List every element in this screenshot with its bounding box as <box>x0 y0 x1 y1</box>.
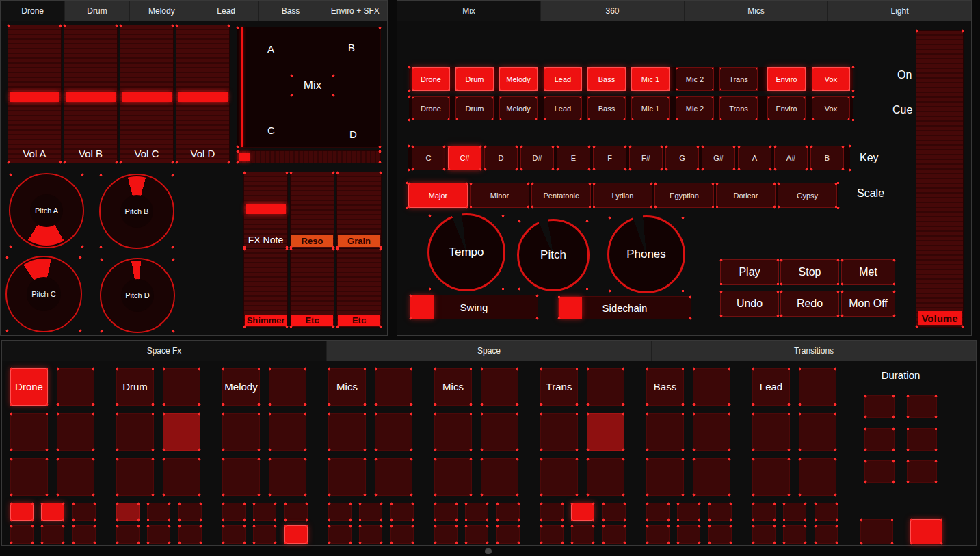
pad-mics-big-3[interactable] <box>375 413 412 451</box>
track-top-drum[interactable]: Drum <box>455 67 494 91</box>
pad-drum-small-2[interactable] <box>178 503 202 521</box>
track-top-lead[interactable]: Lead <box>544 67 582 91</box>
pad-trans-big-2[interactable] <box>540 413 578 451</box>
pad-lead-small-5[interactable] <box>815 525 838 544</box>
undo-button[interactable]: Undo <box>720 291 779 317</box>
duration-bottom-pad-1[interactable] <box>910 519 942 544</box>
knob-pitch[interactable]: Pitch <box>517 219 590 291</box>
right-tab-light[interactable]: Light <box>828 1 971 21</box>
xy-horizontal-fader[interactable] <box>237 150 381 163</box>
page-indicator-dot[interactable] <box>485 548 492 554</box>
pad-drone-small-1[interactable] <box>41 503 64 521</box>
scale-doriear[interactable]: Doriear <box>716 183 776 208</box>
track-top-enviro[interactable]: Enviro <box>767 67 806 91</box>
key-c[interactable]: C <box>412 146 445 170</box>
pad-drone-big-0[interactable]: Drone <box>10 368 48 406</box>
fx-fader-etc-4[interactable]: Etc <box>290 248 334 328</box>
fx-fader-reso-1[interactable]: Reso <box>290 172 334 248</box>
pad-drone-big-3[interactable] <box>57 413 94 451</box>
pad-mics-small-2[interactable] <box>496 503 520 521</box>
pad-mics-small-1[interactable] <box>465 503 488 521</box>
pad-drum-big-1[interactable] <box>163 368 200 406</box>
pad-melody-small-0[interactable] <box>222 503 246 521</box>
pad-bass-small-4[interactable] <box>677 525 700 544</box>
pad-drone-big-5[interactable] <box>57 458 94 496</box>
track-top-bass[interactable]: Bass <box>587 67 626 91</box>
pad-drone-small-3[interactable] <box>10 525 34 544</box>
key-g[interactable]: G <box>665 146 699 170</box>
duration-pad-1[interactable] <box>907 395 937 418</box>
pad-melody-big-2[interactable] <box>222 413 260 451</box>
key-e[interactable]: E <box>557 146 590 170</box>
pad-bass-small-1[interactable] <box>677 503 700 521</box>
track-bottom-vox[interactable]: Vox <box>812 96 850 120</box>
track-top-vox[interactable]: Vox <box>812 67 850 91</box>
track-bottom-trans[interactable]: Trans <box>719 96 758 120</box>
pad-trans-small-3[interactable] <box>540 525 564 544</box>
knob-pitch-b[interactable]: Pitch B <box>99 174 174 249</box>
pad-mics-small-5[interactable] <box>496 525 520 544</box>
track-top-drone[interactable]: Drone <box>412 67 450 91</box>
pad-melody-big-0[interactable]: Melody <box>222 368 260 406</box>
right-tab-360[interactable]: 360 <box>541 1 685 21</box>
pad-drone-small-0[interactable] <box>10 503 34 521</box>
pad-drum-big-0[interactable]: Drum <box>116 368 154 406</box>
pad-drum-small-0[interactable] <box>116 503 140 521</box>
pad-mics-big-0[interactable]: Mics <box>328 368 366 406</box>
pad-mics-small-4[interactable] <box>359 525 382 544</box>
track-bottom-enviro[interactable]: Enviro <box>767 96 806 120</box>
fader-handle[interactable] <box>66 92 116 102</box>
left-tab-melody[interactable]: Melody <box>130 1 194 21</box>
pad-trans-small-2[interactable] <box>602 503 626 521</box>
pad-mics-small-2[interactable] <box>390 503 414 521</box>
knob-pitch-d[interactable]: Pitch D <box>100 258 175 333</box>
pad-mics-big-2[interactable] <box>434 413 472 451</box>
pad-lead-big-0[interactable]: Lead <box>752 368 790 406</box>
pad-lead-big-4[interactable] <box>752 458 790 496</box>
pad-drum-small-4[interactable] <box>147 525 170 544</box>
pad-trans-small-4[interactable] <box>571 525 594 544</box>
pad-mics-big-1[interactable] <box>481 368 518 406</box>
pad-mics-big-2[interactable] <box>328 413 366 451</box>
fader-handle[interactable] <box>178 92 228 102</box>
key-csharp[interactable]: C# <box>448 146 481 170</box>
pad-lead-big-2[interactable] <box>752 413 790 451</box>
toggle-swing[interactable]: Swing <box>410 295 538 319</box>
pad-mics-small-3[interactable] <box>434 525 458 544</box>
toggle-sidechain[interactable]: Sidechain <box>558 296 691 319</box>
pad-bass-big-5[interactable] <box>693 458 730 496</box>
pad-mics-small-0[interactable] <box>434 503 458 521</box>
vol-fader-vol-d[interactable]: Vol D <box>176 25 230 163</box>
track-bottom-bass[interactable]: Bass <box>587 96 626 120</box>
pad-lead-big-5[interactable] <box>799 458 836 496</box>
pad-mics-big-4[interactable] <box>328 458 366 496</box>
right-tab-mix[interactable]: Mix <box>397 1 541 21</box>
left-tab-bass[interactable]: Bass <box>259 1 323 21</box>
scale-egyptian[interactable]: Egyptian <box>654 183 714 208</box>
pad-trans-small-5[interactable] <box>602 525 626 544</box>
fader-handle[interactable] <box>10 92 59 102</box>
pad-melody-small-2[interactable] <box>284 503 308 521</box>
bottom-tab-space-fx[interactable]: Space Fx <box>2 341 327 361</box>
track-top-mic-2[interactable]: Mic 2 <box>676 67 714 91</box>
knob-phones[interactable]: Phones <box>607 215 685 293</box>
left-tab-enviro-sfx[interactable]: Enviro + SFX <box>323 1 387 21</box>
pad-mics-big-0[interactable]: Mics <box>434 368 472 406</box>
pad-mics-big-5[interactable] <box>481 458 518 496</box>
pad-bass-big-0[interactable]: Bass <box>646 368 684 406</box>
met-button[interactable]: Met <box>841 259 895 285</box>
pad-mics-small-1[interactable] <box>359 503 382 521</box>
pad-drone-big-1[interactable] <box>57 368 94 406</box>
key-dsharp[interactable]: D# <box>520 146 554 170</box>
pad-mics-big-5[interactable] <box>375 458 412 496</box>
pad-melody-big-5[interactable] <box>269 458 306 496</box>
pad-drum-big-4[interactable] <box>116 458 154 496</box>
pad-melody-small-5[interactable] <box>284 525 308 544</box>
duration-bottom-pad-0[interactable] <box>860 519 893 544</box>
pad-drone-small-4[interactable] <box>41 525 64 544</box>
pad-trans-big-1[interactable] <box>587 368 624 406</box>
scale-minor[interactable]: Minor <box>470 183 529 208</box>
pad-lead-small-1[interactable] <box>783 503 806 521</box>
pad-lead-small-0[interactable] <box>752 503 776 521</box>
duration-pad-3[interactable] <box>907 428 937 451</box>
